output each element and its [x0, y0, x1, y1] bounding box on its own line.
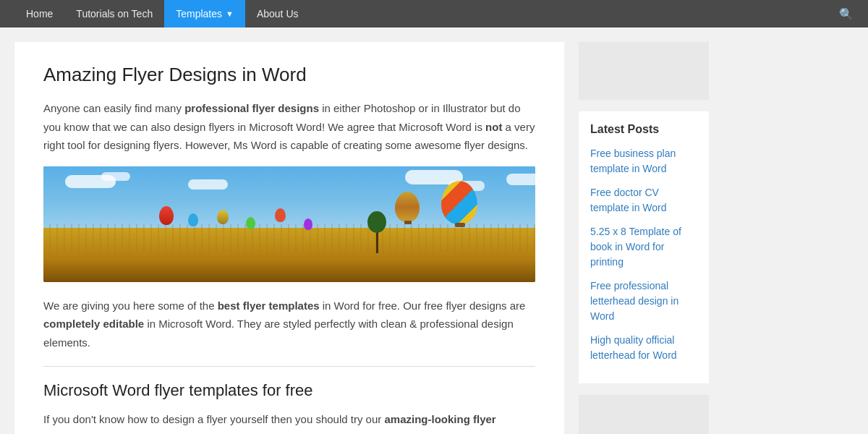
list-item: 5.25 x 8 Template of book in Word for pr…: [590, 224, 697, 270]
body-text-pre: We are giving you here some of the: [43, 299, 218, 312]
chevron-down-icon: ▼: [226, 9, 234, 18]
search-icon[interactable]: 🔍: [839, 7, 854, 21]
sidebar-ad-top: [579, 42, 709, 100]
intro-text-pre: Anyone can easily find many: [43, 102, 184, 114]
list-item: Free doctor CV template in Word: [590, 185, 697, 216]
latest-posts-title: Latest Posts: [590, 123, 697, 136]
latest-posts-box: Latest Posts Free business plan template…: [579, 111, 709, 383]
body-bold-1: best flyer templates: [218, 299, 320, 312]
post-link-1[interactable]: Free business plan template in Word: [590, 146, 697, 176]
hero-image: [43, 166, 535, 282]
intro-not: not: [485, 121, 502, 133]
nav-templates-label: Templates: [176, 8, 222, 20]
nav-links: Home Tutorials on Tech Templates ▼ About…: [14, 0, 310, 27]
post-link-4[interactable]: Free professional letterhead design in W…: [590, 278, 697, 324]
nav-tutorials[interactable]: Tutorials on Tech: [64, 0, 164, 27]
list-item: Free professional letterhead design in W…: [590, 278, 697, 324]
nav-home[interactable]: Home: [14, 0, 64, 27]
body-text-mid: in Word for free. Our free flyer designs…: [320, 299, 526, 312]
post-link-3[interactable]: 5.25 x 8 Template of book in Word for pr…: [590, 224, 697, 270]
post-link-2[interactable]: Free doctor CV template in Word: [590, 185, 697, 216]
body-bold-2: completely editable: [43, 318, 144, 330]
page-title: Amazing Flyer Designs in Word: [43, 64, 535, 86]
s2-text-pre: If you don't know how to design a flyer …: [43, 413, 384, 425]
nav-templates[interactable]: Templates ▼: [164, 0, 245, 27]
main-nav: Home Tutorials on Tech Templates ▼ About…: [0, 0, 868, 27]
page-wrapper: Amazing Flyer Designs in Word Anyone can…: [0, 27, 868, 434]
intro-paragraph-1: Anyone can easily find many professional…: [43, 99, 535, 155]
main-content: Amazing Flyer Designs in Word Anyone can…: [14, 42, 564, 434]
post-link-5[interactable]: High quality official letterhead for Wor…: [590, 333, 697, 363]
sidebar-ad-mid: [579, 395, 709, 434]
intro-bold-1: professional flyer designs: [184, 102, 319, 114]
list-item: High quality official letterhead for Wor…: [590, 333, 697, 363]
section2-title: Microsoft Word flyer templates for free: [43, 381, 535, 400]
sidebar: Latest Posts Free business plan template…: [579, 42, 709, 434]
section2-paragraph-1: If you don't know how to design a flyer …: [43, 410, 535, 434]
nav-about[interactable]: About Us: [245, 0, 310, 27]
list-item: Free business plan template in Word: [590, 146, 697, 176]
latest-posts-list: Free business plan template in Word Free…: [590, 146, 697, 363]
s2-text-mid: in Ms Word. You would definitely love th…: [43, 432, 502, 435]
section-divider: [43, 366, 535, 367]
body-paragraph-1: We are giving you here some of the best …: [43, 297, 535, 352]
